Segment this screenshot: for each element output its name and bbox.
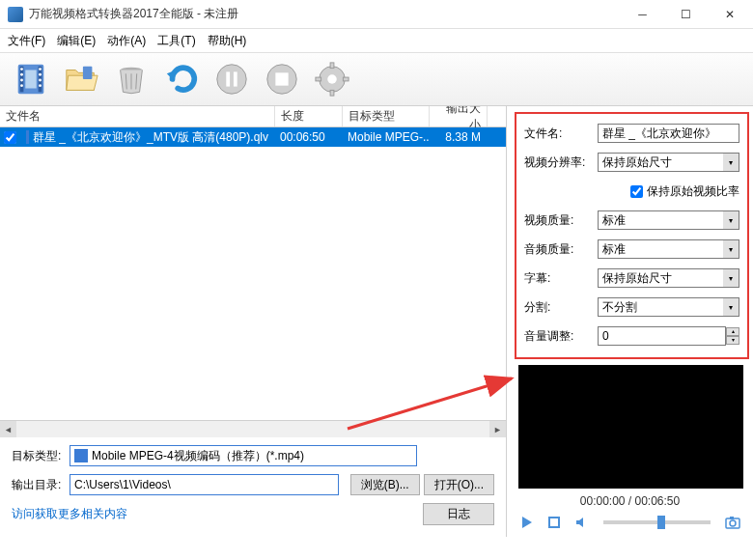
svg-rect-19 <box>234 71 237 86</box>
row-size: 8.38 M <box>429 130 487 144</box>
video-preview[interactable] <box>518 365 743 489</box>
browse-button[interactable]: 浏览(B)... <box>350 474 420 495</box>
speaker-icon <box>574 516 588 529</box>
target-type-label: 目标类型: <box>12 448 70 464</box>
prop-sub-label: 字幕: <box>524 270 598 287</box>
target-type-value: Mobile MPEG-4视频编码（推荐）(*.mp4) <box>92 448 304 464</box>
prop-vol-label: 音量调整: <box>524 328 598 345</box>
right-pane: 文件名: 群星 _《北京欢迎你》 视频分辨率: 保持原始尺寸▾ 保持原始视频比率… <box>507 106 753 537</box>
prop-vol-input[interactable]: 0 <box>598 326 726 346</box>
svg-point-10 <box>39 79 42 82</box>
output-dir-value: C:\Users\1\Videos\ <box>74 478 171 491</box>
chevron-down-icon: ▾ <box>723 240 739 258</box>
pause-icon <box>213 61 250 98</box>
menu-edit[interactable]: 编辑(E) <box>57 33 96 49</box>
pause-button[interactable] <box>210 58 253 100</box>
svg-point-4 <box>20 68 23 70</box>
prop-vqual-select[interactable]: 标准▾ <box>598 210 739 230</box>
slider-thumb[interactable] <box>657 516 665 529</box>
menu-file[interactable]: 文件(F) <box>8 33 45 49</box>
prop-vqual-label: 视频质量: <box>524 212 598 229</box>
time-label: 00:00:00 / 00:06:50 <box>507 494 753 508</box>
svg-point-8 <box>39 68 42 70</box>
menu-tools[interactable]: 工具(T) <box>157 33 195 49</box>
playback-controls <box>507 514 753 537</box>
stop-button[interactable] <box>261 58 303 100</box>
bottom-controls: 目标类型: Mobile MPEG-4视频编码（推荐）(*.mp4) 输出目录:… <box>0 437 506 537</box>
prop-filename-input[interactable]: 群星 _《北京欢迎你》 <box>598 124 739 143</box>
file-list: 文件名 长度 目标类型 输出大小 群星 _《北京欢迎你》_MTV版 高清(480… <box>0 106 506 437</box>
chevron-down-icon: ▾ <box>723 298 739 316</box>
open-folder-button[interactable] <box>60 58 102 100</box>
chevron-down-icon: ▾ <box>723 269 739 287</box>
stop-playback-button[interactable] <box>545 514 563 531</box>
col-target-type[interactable]: 目标类型 <box>343 106 430 126</box>
svg-point-6 <box>20 79 23 82</box>
toolbar <box>0 52 753 106</box>
spin-up-icon[interactable]: ▴ <box>726 327 739 336</box>
horizontal-scrollbar[interactable]: ◄ ► <box>0 420 506 437</box>
row-type: Mobile MPEG-... <box>342 130 429 144</box>
format-icon <box>74 449 88 462</box>
prop-filename-label: 文件名: <box>524 126 598 142</box>
stop-icon <box>264 61 300 98</box>
prop-split-select[interactable]: 不分割▾ <box>598 297 739 317</box>
folder-icon <box>63 61 99 98</box>
svg-rect-18 <box>226 71 230 86</box>
spin-down-icon[interactable]: ▾ <box>726 336 739 345</box>
properties-panel: 文件名: 群星 _《北京欢迎你》 视频分辨率: 保持原始尺寸▾ 保持原始视频比率… <box>515 112 749 359</box>
svg-rect-3 <box>25 70 36 89</box>
menu-action[interactable]: 动作(A) <box>107 33 146 49</box>
maximize-button[interactable]: ☐ <box>664 0 708 29</box>
svg-point-30 <box>730 520 736 526</box>
snapshot-button[interactable] <box>724 514 741 531</box>
svg-rect-24 <box>330 63 334 69</box>
col-output-size[interactable]: 输出大小 <box>430 106 488 126</box>
settings-button[interactable] <box>311 58 353 100</box>
trash-icon <box>113 61 150 98</box>
output-dir-combo[interactable]: C:\Users\1\Videos\ <box>70 474 339 495</box>
chevron-down-icon: ▾ <box>723 211 739 229</box>
vol-spinner[interactable]: ▴▾ <box>726 327 739 345</box>
prop-aqual-select[interactable]: 标准▾ <box>598 239 739 259</box>
svg-rect-12 <box>83 67 93 79</box>
more-content-link[interactable]: 访问获取更多相关内容 <box>12 506 127 522</box>
svg-rect-26 <box>316 77 321 81</box>
delete-button[interactable] <box>110 58 153 100</box>
scroll-right-icon[interactable]: ► <box>489 421 506 437</box>
scroll-left-icon[interactable]: ◄ <box>0 421 16 437</box>
close-button[interactable]: ✕ <box>708 0 751 29</box>
col-length[interactable]: 长度 <box>275 106 343 126</box>
svg-point-23 <box>327 74 337 84</box>
play-button[interactable] <box>518 514 536 531</box>
mute-button[interactable] <box>572 514 590 531</box>
prop-vres-select[interactable]: 保持原始尺寸▾ <box>598 153 739 172</box>
volume-slider[interactable] <box>603 520 711 524</box>
col-filename[interactable]: 文件名 <box>0 106 275 126</box>
svg-rect-21 <box>275 72 288 85</box>
prop-split-label: 分割: <box>524 299 598 316</box>
svg-rect-31 <box>730 517 734 519</box>
window-title: 万能视频格式转换器2017全能版 - 未注册 <box>29 6 621 22</box>
redo-icon <box>163 61 200 98</box>
minimize-button[interactable]: ─ <box>621 0 664 29</box>
titlebar: 万能视频格式转换器2017全能版 - 未注册 ─ ☐ ✕ <box>0 0 753 29</box>
target-type-combo[interactable]: Mobile MPEG-4视频编码（推荐）(*.mp4) <box>70 445 417 466</box>
svg-rect-27 <box>343 77 349 81</box>
prop-vres-label: 视频分辨率: <box>524 154 598 171</box>
menu-help[interactable]: 帮助(H) <box>208 33 247 49</box>
keep-aspect-checkbox[interactable]: 保持原始视频比率 <box>630 183 739 200</box>
prop-sub-select[interactable]: 保持原始尺寸▾ <box>598 268 739 288</box>
row-length: 00:06:50 <box>274 130 342 144</box>
convert-button[interactable] <box>160 58 203 100</box>
list-body[interactable]: 群星 _《北京欢迎你》_MTV版 高清(480P).qlv 00:06:50 M… <box>0 127 506 420</box>
open-button[interactable]: 打开(O)... <box>424 474 494 495</box>
add-file-button[interactable] <box>10 58 52 100</box>
svg-point-7 <box>20 84 23 87</box>
row-checkbox[interactable] <box>4 131 16 144</box>
svg-point-9 <box>39 73 42 76</box>
svg-point-5 <box>20 73 23 76</box>
table-row[interactable]: 群星 _《北京欢迎你》_MTV版 高清(480P).qlv 00:06:50 M… <box>0 127 506 147</box>
menubar: 文件(F) 编辑(E) 动作(A) 工具(T) 帮助(H) <box>0 29 753 52</box>
log-button[interactable]: 日志 <box>423 503 494 525</box>
